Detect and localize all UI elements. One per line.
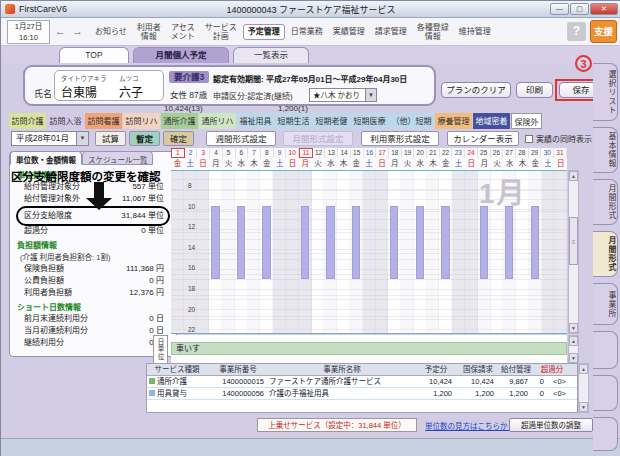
grid-column[interactable] (465, 171, 478, 333)
grid-column[interactable] (363, 171, 376, 333)
scroll-down-icon[interactable]: ▼ (569, 323, 578, 333)
nav-item-アセスメント[interactable]: アセス メント (167, 21, 199, 43)
sync-results-checkbox[interactable]: 実績の同時表示 (525, 133, 592, 144)
grid-column[interactable] (554, 171, 567, 333)
date-cell[interactable]: 27 (503, 148, 516, 158)
tab-top[interactable]: TOP (59, 47, 129, 63)
scroll-down-icon[interactable]: ▼ (569, 353, 578, 363)
side-tab-empty[interactable] (593, 331, 618, 369)
service-tag-福祉用具[interactable]: 福祉用具 (237, 113, 274, 129)
date-cell[interactable]: 5 (223, 148, 236, 158)
date-cell[interactable]: 18 (389, 148, 402, 158)
date-cell[interactable]: 26 (491, 148, 504, 158)
column-header[interactable]: 予定分 (415, 364, 457, 375)
column-header[interactable]: 給付管理 (499, 364, 533, 375)
tab-list-view[interactable]: 一覧表示 (233, 47, 309, 63)
date-cell[interactable]: 30 (541, 148, 554, 158)
chevron-down-icon[interactable]: ▼ (365, 89, 376, 101)
date-cell[interactable]: 17 (376, 148, 389, 158)
grid-column[interactable] (337, 171, 350, 333)
date-cell[interactable]: 24 (465, 148, 478, 158)
service-tag-療養管理[interactable]: 療養管理 (435, 113, 472, 129)
minimize-button[interactable]: — (550, 3, 569, 15)
grid-column[interactable] (235, 171, 248, 333)
table-row[interactable]: 通所介護1400000015ファーストケア通所介護サービス10,42410,42… (147, 376, 577, 388)
grid-column[interactable] (439, 171, 452, 333)
nav-item-サービス計画[interactable]: サービス 計画 (201, 21, 241, 43)
table-scrollbar[interactable]: ▲ ▼ (578, 363, 589, 413)
grid-column[interactable] (427, 171, 440, 333)
grid-scrollbar[interactable]: ▲ ≡ ▼ (568, 170, 579, 334)
nav-item-請求管理[interactable]: 請求管理 (371, 25, 411, 38)
tab-monthly-personal-schedule[interactable]: 月間個人予定 (133, 47, 229, 63)
date-cell[interactable]: 13 (325, 148, 338, 158)
grid-column[interactable] (376, 171, 389, 333)
grid-column[interactable] (542, 171, 555, 333)
date-cell[interactable]: 1 (171, 148, 185, 158)
nav-item-各種登録情報[interactable]: 各種登録 情報 (413, 21, 453, 43)
plan-clear-button[interactable]: プランのクリア (441, 82, 511, 98)
scroll-up-icon[interactable]: ▲ (569, 336, 578, 346)
panel-tab-スケジュール一覧[interactable]: スケジュール一覧 (82, 151, 153, 165)
grid-column[interactable] (260, 171, 273, 333)
column-header[interactable]: 国保請求 (457, 364, 499, 375)
date-cell[interactable]: 9 (274, 148, 287, 158)
addon-service-box[interactable]: 上乗せサービス（設定中：31,844 単位） (257, 418, 417, 432)
date-cell[interactable]: 15 (351, 148, 364, 158)
side-tab-empty[interactable] (593, 417, 618, 451)
calendar-display-button[interactable]: カレンダー表示 (447, 131, 519, 146)
date-cell[interactable]: 31 (554, 148, 567, 158)
units-help-link[interactable]: 単位数の見方はこちらから (425, 420, 515, 431)
grid-column[interactable] (529, 171, 542, 333)
date-cell[interactable]: 8 (261, 148, 274, 158)
band-scrollbar[interactable]: ▲ ▼ (568, 335, 579, 364)
service-tag-通所介護[interactable]: 通所介護 (161, 113, 198, 129)
date-cell[interactable]: 3 (197, 148, 210, 158)
trial-button[interactable]: 試算 (95, 131, 126, 146)
side-tab-月間形式[interactable]: 月間形式 (593, 231, 618, 277)
date-cell[interactable]: 11 (299, 148, 313, 158)
service-tag-短期老健[interactable]: 短期老健 (313, 113, 350, 129)
service-tag-訪問看護[interactable]: 訪問看護 (85, 113, 122, 129)
grid-column[interactable] (414, 171, 427, 333)
print-button[interactable]: 印刷 (516, 82, 553, 98)
date-cell[interactable]: 20 (414, 148, 427, 158)
service-tag-通所リハ[interactable]: 通所リハ (199, 113, 236, 129)
grid-column[interactable] (209, 171, 222, 333)
date-cell[interactable]: 6 (236, 148, 249, 158)
date-cell[interactable]: 19 (402, 148, 415, 158)
nav-item-利用者情報[interactable]: 利用者 情報 (133, 21, 165, 43)
care-manager-select[interactable]: ★八木 かおり ▼ (309, 88, 377, 102)
date-cell[interactable]: 21 (427, 148, 440, 158)
provisional-button[interactable]: 暫定 (129, 131, 160, 146)
help-icon[interactable]: ? (567, 22, 586, 41)
nav-item-日常業務[interactable]: 日常業務 (287, 25, 327, 38)
grid-column[interactable] (273, 171, 286, 333)
month-select[interactable]: 平成28年01月 ▼ (11, 131, 89, 146)
service-tag-（他）短期[interactable]: （他）短期 (389, 113, 434, 129)
forward-arrow-icon[interactable]: → (72, 25, 83, 37)
maximize-button[interactable]: ▢ (570, 3, 589, 15)
grid-column[interactable] (401, 171, 414, 333)
side-tab-事業所[interactable]: 事業所 (593, 283, 618, 325)
service-tag-地域密着[interactable]: 地域密着 (473, 113, 510, 129)
grid-column[interactable] (184, 171, 197, 333)
side-tab-選択リスト[interactable]: 選択リスト (593, 63, 618, 121)
service-tag-保険外[interactable]: 保険外 (511, 113, 542, 129)
nav-item-実績管理[interactable]: 実績管理 (329, 25, 369, 38)
column-header[interactable]: サービス種類 (147, 364, 207, 375)
date-cell[interactable]: 4 (210, 148, 223, 158)
confirm-button[interactable]: 確定 (163, 131, 194, 146)
service-tag-訪問リハ[interactable]: 訪問リハ (123, 113, 160, 129)
grid-column[interactable] (350, 171, 363, 333)
nav-item-お知らせ[interactable]: お知らせ (91, 25, 131, 38)
checkbox-icon[interactable] (525, 135, 533, 143)
column-header[interactable]: 事業所名称 (269, 364, 415, 375)
side-tab-empty[interactable] (593, 375, 618, 411)
service-tag-訪問介護[interactable]: 訪問介護 (9, 113, 46, 129)
grid-column[interactable] (388, 171, 401, 333)
usage-slip-format-button[interactable]: 利用票形式設定 (361, 131, 439, 146)
scroll-down-icon[interactable]: ▼ (579, 402, 588, 412)
scroll-up-icon[interactable]: ▲ (569, 171, 578, 181)
date-cell[interactable]: 10 (286, 148, 299, 158)
